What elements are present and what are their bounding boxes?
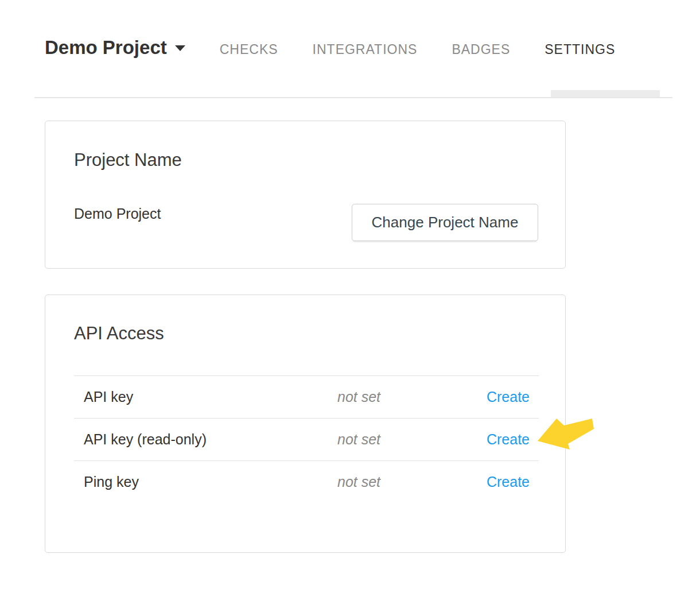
create-api-key-read-only-link[interactable]: Create — [487, 431, 530, 448]
header-divider — [34, 97, 672, 98]
change-project-name-button[interactable]: Change Project Name — [352, 204, 538, 241]
api-key-value: not set — [337, 389, 487, 405]
project-name-card-title: Project Name — [74, 150, 182, 171]
tab-checks[interactable]: CHECKS — [220, 42, 278, 57]
ping-key-value: not set — [337, 474, 487, 490]
current-project-name: Demo Project — [74, 206, 161, 222]
create-ping-key-link[interactable]: Create — [487, 474, 530, 490]
tab-badges[interactable]: BADGES — [452, 42, 510, 57]
tab-integrations[interactable]: INTEGRATIONS — [313, 42, 418, 57]
table-row-ping-key: Ping key not set Create — [74, 460, 539, 503]
tab-settings[interactable]: SETTINGS — [545, 42, 615, 57]
ping-key-label: Ping key — [84, 474, 337, 490]
api-key-read-only-value: not set — [337, 431, 487, 448]
settings-page: Demo Project CHECKS INTEGRATIONS BADGES … — [0, 0, 700, 608]
caret-down-icon — [175, 45, 185, 51]
api-key-read-only-label: API key (read-only) — [84, 431, 337, 448]
project-title: Demo Project — [45, 37, 167, 59]
api-key-label: API key — [84, 389, 337, 405]
api-keys-table: API key not set Create API key (read-onl… — [74, 375, 539, 503]
project-dropdown[interactable]: Demo Project — [45, 37, 185, 59]
active-tab-indicator — [551, 90, 660, 97]
table-row-api-key-read-only: API key (read-only) not set Create — [74, 418, 539, 460]
create-api-key-link[interactable]: Create — [487, 389, 530, 405]
api-access-card: API Access API key not set Create API ke… — [45, 295, 566, 553]
table-row-api-key: API key not set Create — [74, 375, 539, 418]
api-access-card-title: API Access — [74, 323, 164, 344]
project-name-card: Project Name Demo Project Change Project… — [45, 121, 566, 269]
top-navigation: Demo Project CHECKS INTEGRATIONS BADGES … — [45, 37, 615, 59]
